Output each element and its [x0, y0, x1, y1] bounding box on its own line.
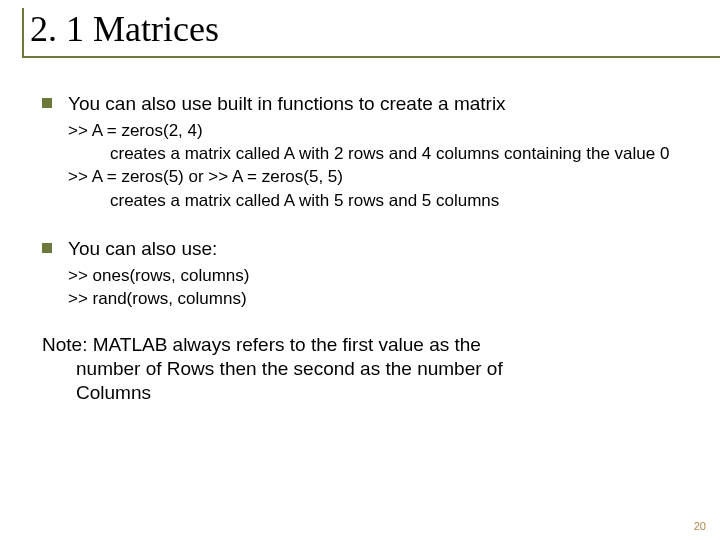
slide: 2. 1 Matrices You can also use built in …: [0, 0, 720, 540]
title-underline: [24, 56, 720, 58]
slide-title: 2. 1 Matrices: [30, 8, 698, 56]
code-line: >> ones(rows, columns): [68, 265, 688, 286]
title-block: 2. 1 Matrices: [22, 8, 698, 58]
bullet-item-1: You can also use built in functions to c…: [42, 92, 688, 116]
square-bullet-icon: [42, 243, 52, 253]
note-line: number of Rows then the second as the nu…: [76, 357, 648, 381]
page-number: 20: [694, 520, 706, 532]
code-line: >> A = zeros(2, 4): [68, 120, 688, 141]
content: You can also use built in functions to c…: [22, 62, 698, 404]
note-line: Columns: [76, 381, 648, 405]
code-line: >> rand(rows, columns): [68, 288, 688, 309]
code-line: >> A = zeros(5) or >> A = zeros(5, 5): [68, 166, 688, 187]
bullet-text: You can also use built in functions to c…: [68, 92, 506, 116]
note-line: Note: MATLAB always refers to the first …: [42, 333, 648, 357]
square-bullet-icon: [42, 98, 52, 108]
desc-line: creates a matrix called A with 5 rows an…: [110, 190, 688, 211]
desc-line: creates a matrix called A with 2 rows an…: [110, 143, 688, 164]
note-block: Note: MATLAB always refers to the first …: [42, 333, 688, 404]
bullet-item-2: You can also use:: [42, 237, 688, 261]
bullet-text: You can also use:: [68, 237, 217, 261]
